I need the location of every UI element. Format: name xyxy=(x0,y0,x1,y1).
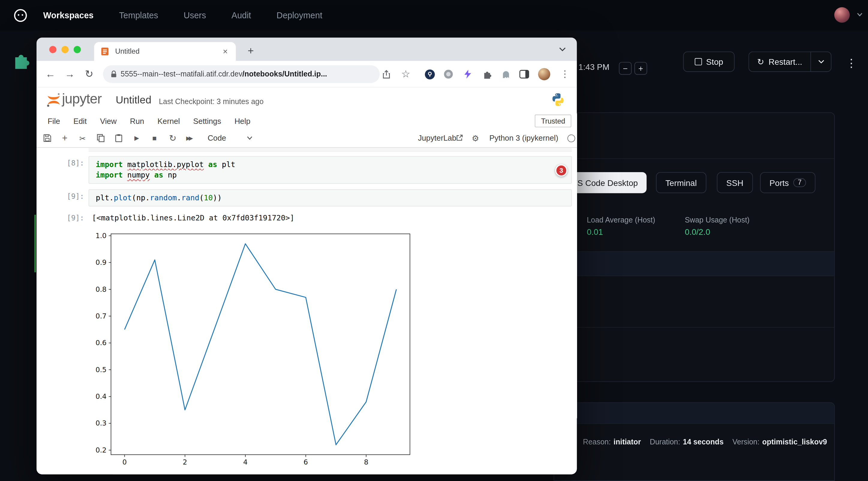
nav-templates[interactable]: Templates xyxy=(119,10,158,20)
notebook-title[interactable]: Untitled xyxy=(116,94,152,106)
jupyter-logo-icon[interactable] xyxy=(46,92,61,108)
browser-menu-kebab[interactable]: ⋮ xyxy=(560,61,569,88)
clipped-cell-edge xyxy=(89,148,572,152)
back-button[interactable]: ← xyxy=(44,61,57,88)
nav-workspaces[interactable]: Workspaces xyxy=(43,10,94,20)
macos-minimize-button[interactable] xyxy=(61,46,69,53)
url-text: 5555--main--test--matifali.atif.cdr.dev/… xyxy=(121,65,327,83)
tab-search-chevron-icon[interactable] xyxy=(559,47,566,52)
panel-header xyxy=(554,403,834,424)
coder-nav: Workspaces Templates Users Audit Deploym… xyxy=(43,10,322,20)
trusted-button[interactable]: Trusted xyxy=(535,115,571,127)
cell-type-caret-icon[interactable] xyxy=(247,136,252,140)
extension-ghost-icon[interactable] xyxy=(501,69,512,80)
extension-1password-icon[interactable] xyxy=(424,69,435,80)
screen: Workspaces Templates Users Audit Deploym… xyxy=(0,0,868,481)
new-tab-button[interactable]: + xyxy=(242,42,259,61)
extension-lightning-icon[interactable] xyxy=(462,69,473,80)
menu-view[interactable]: View xyxy=(100,117,117,126)
build-reason: initiator xyxy=(614,438,641,446)
macos-close-button[interactable] xyxy=(49,46,56,53)
open-jupyterlab-link[interactable]: JupyterLab xyxy=(418,129,457,147)
add-cell-button[interactable]: + xyxy=(60,129,70,147)
matplotlib-figure: 0.20.30.40.50.60.70.80.91.002468 xyxy=(91,230,418,469)
copy-cells-button[interactable] xyxy=(96,129,105,147)
notebook-toolbar: + ✂ ▶ ■ ↻ ▶▶ Code JupyterLab ⚙ xyxy=(37,129,577,148)
reload-button[interactable]: ↻ xyxy=(83,61,95,88)
lock-icon[interactable] xyxy=(110,70,117,78)
user-avatar[interactable] xyxy=(834,7,850,23)
restart-run-all-button[interactable]: ▶▶ xyxy=(184,129,194,147)
menu-kernel[interactable]: Kernel xyxy=(157,117,180,126)
code-cell[interactable]: import matplotlib.pyplot as plt import n… xyxy=(89,156,572,184)
macos-fullscreen-button[interactable] xyxy=(73,46,81,53)
nav-users[interactable]: Users xyxy=(184,10,206,20)
input-prompt: [8]: xyxy=(48,159,84,167)
external-link-icon[interactable] xyxy=(456,135,463,141)
chevron-down-icon[interactable] xyxy=(857,12,862,17)
save-button[interactable] xyxy=(42,129,52,147)
svg-text:1.0: 1.0 xyxy=(96,232,107,239)
share-icon[interactable] xyxy=(381,69,392,80)
menu-settings[interactable]: Settings xyxy=(193,117,221,126)
browser-tab[interactable]: Untitled × xyxy=(94,42,236,61)
menu-edit[interactable]: Edit xyxy=(73,117,87,126)
bookmark-star-icon[interactable]: ☆ xyxy=(400,69,411,80)
svg-text:0.5: 0.5 xyxy=(96,366,107,374)
run-cell-button[interactable]: ▶ xyxy=(132,129,142,147)
nav-audit[interactable]: Audit xyxy=(231,10,251,20)
settings-gear-icon[interactable]: ⚙ xyxy=(472,129,479,147)
restart-kernel-button[interactable]: ↻ xyxy=(168,129,178,147)
svg-text:0.8: 0.8 xyxy=(96,286,107,293)
build-duration: 14 seconds xyxy=(683,438,724,446)
input-prompt: [9]: xyxy=(48,192,84,200)
stat-swap-usage: Swap Usage (Host) 0.0/2.0 xyxy=(685,216,749,236)
checkpoint-status: Last Checkpoint: 3 minutes ago xyxy=(159,97,264,106)
code-cell[interactable]: plt.plot(np.random.rand(10)) xyxy=(89,189,572,206)
forward-button[interactable]: → xyxy=(64,61,76,88)
browser-profile-avatar[interactable] xyxy=(538,68,550,81)
svg-text:0.2: 0.2 xyxy=(96,446,107,454)
code-line: import numpy as np xyxy=(96,170,564,181)
build-version: optimistic_liskov9 xyxy=(762,438,827,446)
cut-cells-button[interactable]: ✂ xyxy=(78,129,87,147)
coder-logo-icon[interactable] xyxy=(11,6,30,25)
output-text: [<matplotlib.lines.Line2D at 0x7fd03f191… xyxy=(92,213,294,222)
ports-button[interactable]: Ports 7 xyxy=(760,172,815,193)
output-prompt: [9]: xyxy=(48,214,84,222)
svg-text:4: 4 xyxy=(243,458,248,466)
menu-help[interactable]: Help xyxy=(235,117,250,126)
svg-text:0: 0 xyxy=(122,458,127,466)
menu-file[interactable]: File xyxy=(48,117,60,126)
kernel-name[interactable]: Python 3 (ipykernel) xyxy=(490,129,558,147)
collaborator-count-badge[interactable]: 3 xyxy=(555,164,567,177)
stat-value: 0.01 xyxy=(587,227,655,236)
nav-deployment[interactable]: Deployment xyxy=(277,10,322,20)
jupyter-menubar: File Edit View Run Kernel Settings Help … xyxy=(37,114,577,129)
sidebar-toggle-icon[interactable] xyxy=(519,69,530,80)
tab-title: Untitled xyxy=(115,42,140,61)
paste-cells-button[interactable] xyxy=(113,129,123,147)
menu-run[interactable]: Run xyxy=(130,117,144,126)
kernel-status-indicator[interactable] xyxy=(567,135,575,142)
coder-top-nav: Workspaces Templates Users Audit Deploym… xyxy=(0,0,868,31)
svg-text:0.4: 0.4 xyxy=(96,392,107,400)
code-line: plt.plot(np.random.rand(10)) xyxy=(96,193,564,203)
cell-type-dropdown[interactable]: Code xyxy=(208,129,226,147)
tab-strip: Untitled × + xyxy=(37,38,577,61)
ports-count-badge: 7 xyxy=(793,178,806,187)
terminal-button[interactable]: Terminal xyxy=(656,172,706,193)
svg-text:0.7: 0.7 xyxy=(96,312,107,320)
extensions-puzzle-icon[interactable] xyxy=(482,69,493,80)
interrupt-kernel-button[interactable]: ■ xyxy=(149,129,159,147)
browser-toolbar: ← → ↻ 5555--main--test--matifali.atif.cd… xyxy=(37,61,577,88)
extension-icon[interactable] xyxy=(443,69,454,80)
stat-value: 0.0/2.0 xyxy=(685,227,749,236)
address-bar[interactable]: 5555--main--test--matifali.atif.cdr.dev/… xyxy=(103,65,380,83)
ssh-button[interactable]: SSH xyxy=(717,172,753,193)
notebook-content: [8]: import matplotlib.pyplot as plt imp… xyxy=(37,148,577,474)
stat-load-average: Load Average (Host) 0.01 xyxy=(587,216,655,236)
code-line: import matplotlib.pyplot as plt xyxy=(96,160,564,170)
svg-text:0.6: 0.6 xyxy=(96,339,107,347)
tab-close-icon[interactable]: × xyxy=(220,46,230,56)
